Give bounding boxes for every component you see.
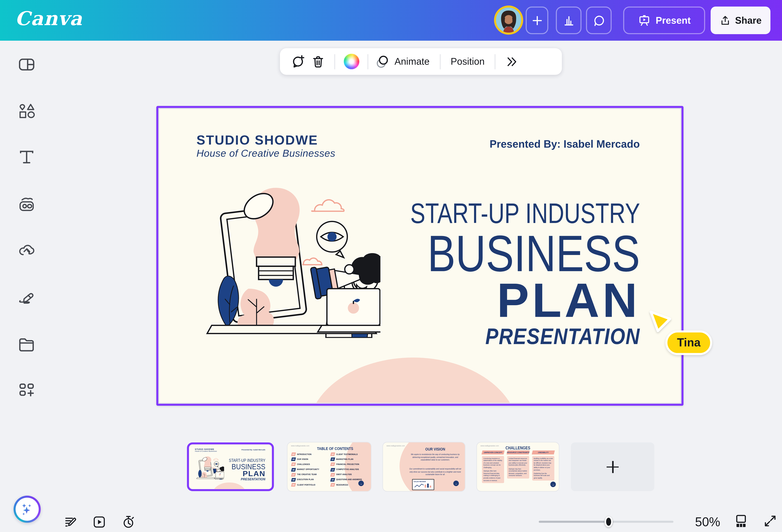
vision-paragraph-2: Our commitment to sustainability and soc…	[409, 468, 461, 476]
brand-icon	[18, 196, 35, 213]
plus-icon	[531, 14, 543, 26]
fullscreen-icon	[763, 514, 777, 528]
add-page-button[interactable]	[571, 442, 654, 491]
vision-paragraph-1: We aspire to revolutionize the way of co…	[409, 453, 461, 462]
sidebar-item-draw[interactable]	[18, 288, 35, 305]
sidebar-item-uploads[interactable]	[18, 241, 35, 259]
grid-view-icon	[734, 514, 748, 528]
top-bar: Canva	[0, 0, 782, 41]
video-preview-button[interactable]	[93, 515, 106, 529]
present-icon	[638, 14, 650, 27]
projects-icon	[18, 336, 35, 353]
animate-button[interactable]	[375, 51, 390, 72]
title-line-2: BUSINESS	[405, 231, 640, 277]
thumb-tagline: House of Creative Businesses	[195, 450, 217, 452]
add-comment-icon	[290, 54, 306, 69]
thumb-presented: Presented By: Isabel Mercado	[242, 449, 265, 451]
present-button[interactable]: Present	[623, 6, 705, 34]
grid-view-button[interactable]	[734, 514, 748, 528]
position-button[interactable]: Position	[447, 56, 489, 67]
next-arrow-icon: →	[453, 481, 459, 486]
plus-icon	[607, 461, 619, 473]
animate-icon	[375, 54, 390, 69]
presented-by-text[interactable]: Presented By: Isabel Mercado	[490, 138, 640, 150]
context-toolbar: Animate Position	[280, 48, 562, 75]
uploads-icon	[18, 241, 35, 259]
elements-icon	[18, 103, 35, 119]
sidebar-item-brand[interactable]	[18, 196, 35, 213]
avatar[interactable]	[494, 6, 523, 35]
collaborator-name-badge: Tina	[665, 331, 712, 355]
challenge-column-3: CREDIBILITY Building credibility as a ne…	[532, 451, 554, 481]
design-icon	[18, 56, 35, 73]
zoom-slider-knob[interactable]	[605, 516, 612, 527]
thumb4-heading: CHALLENGES	[484, 446, 552, 451]
sidebar-item-elements[interactable]	[18, 103, 35, 119]
brand-name-text[interactable]: STUDIO SHODWE	[197, 132, 318, 148]
sidebar-item-apps[interactable]	[18, 382, 35, 399]
page-thumbnail-3[interactable]: www.reallygreatsite.com OUR VISION We as…	[383, 442, 465, 491]
challenge-column-2: RESOURCE CONSTRAINTS Limited financial r…	[507, 451, 529, 479]
notes-icon	[64, 515, 77, 529]
color-wheel-icon	[344, 54, 359, 69]
comments-button[interactable]	[586, 6, 612, 34]
toc-left-column: 03INTRODUCTION 04OUR VISION 05CHALLENGES…	[291, 453, 328, 487]
canva-logo[interactable]: Canva	[15, 7, 82, 30]
trash-icon	[311, 54, 325, 69]
notes-button[interactable]	[64, 515, 77, 529]
animate-label[interactable]: Animate	[390, 56, 433, 67]
thumb2-website: www.reallygreatsite.com	[291, 445, 310, 447]
thumb-brand: STUDIO SHODWE	[195, 448, 214, 450]
timer-icon	[121, 515, 135, 529]
page-thumbnail-1[interactable]: STUDIO SHODWE House of Creative Business…	[187, 442, 274, 491]
share-button[interactable]: Share	[711, 6, 771, 34]
fullscreen-button[interactable]	[763, 514, 777, 528]
sales-review-card: SALES REVIEW	[412, 479, 434, 490]
canva-editor: Canva	[0, 0, 782, 532]
double-chevron-icon	[505, 55, 518, 68]
thumb2-heading: TABLE OF CONTENTS	[317, 446, 353, 451]
challenge-column-1: UNPROVEN CONCEPT Convincing investors or…	[482, 451, 504, 483]
insights-icon	[562, 14, 575, 27]
title-line-1: START-UP INDUSTRY	[411, 198, 640, 229]
sidebar	[0, 41, 52, 532]
page-thumbnail-2[interactable]: www.reallygreatsite.com TABLE OF CONTENT…	[288, 442, 371, 491]
present-label: Present	[655, 15, 691, 26]
color-button[interactable]	[341, 51, 361, 72]
share-label: Share	[735, 15, 761, 26]
insights-button[interactable]	[556, 6, 581, 34]
slide-title[interactable]: START-UP INDUSTRY BUSINESS PLAN PRESENTA…	[353, 198, 640, 349]
toolbar-divider	[495, 54, 496, 69]
zoom-slider[interactable]	[539, 521, 674, 523]
apps-icon	[18, 382, 35, 399]
sidebar-item-projects[interactable]	[18, 336, 35, 353]
next-arrow-icon: →	[550, 482, 556, 487]
draw-icon	[18, 288, 35, 305]
next-arrow-icon: →	[358, 481, 364, 486]
zoom-slider-fill	[539, 521, 608, 523]
sidebar-item-text[interactable]	[18, 149, 35, 166]
play-icon	[93, 515, 106, 529]
thumb3-heading: OUR VISION	[413, 447, 457, 451]
toolbar-divider	[440, 54, 441, 69]
pink-dome-shape[interactable]	[308, 357, 519, 403]
zoom-level[interactable]: 50%	[695, 515, 720, 529]
slide-page-1[interactable]: STUDIO SHODWE House of Creative Business…	[159, 109, 680, 403]
comment-icon	[592, 14, 605, 27]
add-comment-button[interactable]	[288, 51, 308, 72]
title-line-4: PRESENTATION	[393, 324, 640, 349]
toolbar-divider	[367, 54, 368, 69]
sparkles-icon	[20, 502, 35, 517]
sidebar-item-design[interactable]	[18, 56, 35, 73]
delete-button[interactable]	[308, 51, 328, 72]
brand-tagline-text[interactable]: House of Creative Businesses	[197, 148, 335, 159]
add-button[interactable]	[526, 6, 548, 34]
collaborator-cursor-icon	[649, 310, 672, 333]
title-line-3: PLAN	[353, 278, 640, 323]
more-button[interactable]	[502, 51, 522, 72]
timer-button[interactable]	[121, 515, 135, 529]
magic-assistant-button[interactable]	[13, 496, 41, 523]
page-thumbnail-4[interactable]: www.reallygreatsite.com CHALLENGES UNPRO…	[477, 442, 559, 491]
toolbar-divider	[334, 54, 335, 69]
share-icon	[719, 15, 731, 26]
